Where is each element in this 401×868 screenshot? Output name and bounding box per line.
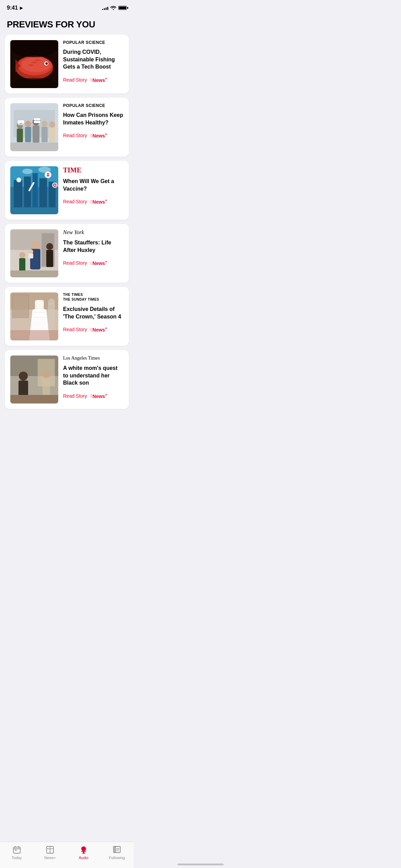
publication-name: THE TIMESTHE SUNDAY TIMES	[63, 292, 123, 302]
article-image	[10, 40, 58, 88]
article-footer: Read Story  News+	[63, 198, 123, 205]
svg-rect-66	[10, 330, 58, 340]
article-headline: Exclusive Details of 'The Crown,' Season…	[63, 305, 123, 320]
apple-icon: 	[90, 199, 92, 204]
article-image	[10, 229, 58, 277]
article-content: POPULAR SCIENCE During COVID, Sustainabl…	[63, 40, 123, 83]
svg-point-43	[22, 169, 33, 174]
article-footer: Read Story  News+	[63, 260, 123, 266]
svg-rect-32	[33, 173, 38, 207]
svg-rect-12	[17, 129, 23, 142]
article-content: Los Angeles Times A white mom's quest to…	[63, 355, 123, 399]
svg-rect-31	[24, 177, 31, 207]
article-card[interactable]: CEO MY NEW LIFE MY NEW LIFE POPULAR SCIE…	[5, 98, 129, 157]
apple-news-plus-badge:  News+	[90, 393, 107, 399]
svg-rect-41	[54, 184, 56, 186]
publication-name: POPULAR SCIENCE	[63, 40, 123, 45]
svg-rect-57	[46, 250, 53, 267]
news-plus-text: News+	[93, 260, 107, 266]
svg-rect-76	[42, 378, 50, 395]
article-headline: During COVID, Sustainable Fishing Gets a…	[63, 48, 123, 71]
apple-news-plus-badge:  News+	[90, 132, 107, 138]
news-plus-text: News+	[93, 393, 107, 399]
article-headline: How Can Prisons Keep Inmates Healthy?	[63, 111, 123, 126]
article-headline: The Stauffers: Life After Huxley	[63, 239, 123, 254]
svg-point-13	[25, 121, 31, 127]
read-story-link[interactable]: Read Story	[63, 393, 87, 399]
page-title: PREVIEWS FOR YOU	[7, 19, 127, 30]
article-footer: Read Story  News+	[63, 132, 123, 138]
article-image	[10, 166, 58, 214]
svg-point-19	[49, 121, 55, 128]
page-title-container: PREVIEWS FOR YOU	[0, 13, 134, 35]
article-thumbnail	[10, 229, 58, 277]
svg-rect-58	[10, 270, 58, 277]
article-headline: When Will We Get a Vaccine?	[63, 178, 123, 192]
svg-point-5	[46, 62, 48, 65]
svg-point-50	[32, 241, 40, 249]
article-content: THE TIMESTHE SUNDAY TIMES Exclusive Deta…	[63, 292, 123, 333]
article-content: New York The Stauffers: Life After Huxle…	[63, 229, 123, 266]
svg-point-56	[46, 243, 53, 250]
status-icons	[102, 5, 127, 11]
article-thumbnail	[10, 355, 58, 403]
svg-rect-33	[39, 178, 47, 207]
svg-rect-20	[49, 128, 55, 142]
svg-point-44	[38, 167, 51, 173]
news-plus-text: News+	[93, 132, 107, 138]
apple-icon: 	[90, 393, 92, 398]
svg-point-54	[19, 252, 25, 258]
signal-bars	[102, 6, 108, 10]
status-bar: 9:41 ▶	[0, 0, 134, 13]
svg-rect-14	[25, 127, 31, 142]
apple-icon: 	[90, 133, 92, 138]
wifi-icon	[110, 5, 116, 11]
news-plus-text: News+	[93, 198, 107, 205]
svg-text:MY NEW LIFE: MY NEW LIFE	[17, 124, 24, 125]
publication-name: New York	[63, 229, 123, 236]
publication-name: POPULAR SCIENCE	[63, 103, 123, 108]
apple-news-plus-badge:  News+	[90, 260, 107, 266]
articles-list: POPULAR SCIENCE During COVID, Sustainabl…	[0, 35, 134, 413]
svg-text:MY NEW LIFE: MY NEW LIFE	[34, 120, 40, 121]
read-story-link[interactable]: Read Story	[63, 327, 87, 332]
article-card[interactable]: Los Angeles Times A white mom's quest to…	[5, 350, 129, 409]
read-story-link[interactable]: Read Story	[63, 199, 87, 204]
apple-icon: 	[90, 77, 92, 82]
svg-rect-16	[33, 125, 39, 143]
svg-rect-37	[46, 174, 50, 175]
battery-icon	[118, 6, 127, 10]
article-thumbnail	[10, 166, 58, 214]
article-card[interactable]: POPULAR SCIENCE During COVID, Sustainabl…	[5, 35, 129, 94]
read-story-link[interactable]: Read Story	[63, 77, 87, 83]
article-content: TIME When Will We Get a Vaccine? Read St…	[63, 166, 123, 205]
apple-news-plus-badge:  News+	[90, 77, 107, 83]
article-thumbnail	[10, 292, 58, 340]
apple-news-plus-badge:  News+	[90, 326, 107, 333]
article-card[interactable]: TIME When Will We Get a Vaccine? Read St…	[5, 161, 129, 220]
article-footer: Read Story  News+	[63, 77, 123, 83]
article-headline: A white mom's quest to understand her Bl…	[63, 364, 123, 387]
read-story-link[interactable]: Read Story	[63, 133, 87, 138]
article-image	[10, 292, 58, 340]
news-plus-text: News+	[93, 326, 107, 333]
svg-point-68	[48, 299, 55, 305]
location-icon: ▶	[20, 6, 23, 10]
article-card[interactable]: New York The Stauffers: Life After Huxle…	[5, 224, 129, 283]
svg-rect-30	[14, 180, 22, 207]
publication-name: TIME	[63, 166, 123, 174]
article-thumbnail: CEO MY NEW LIFE MY NEW LIFE	[10, 103, 58, 151]
status-time: 9:41 ▶	[7, 5, 23, 11]
svg-point-6	[47, 63, 47, 63]
news-plus-text: News+	[93, 77, 107, 83]
svg-rect-18	[41, 127, 48, 142]
read-story-link[interactable]: Read Story	[63, 260, 87, 266]
apple-icon: 	[90, 261, 92, 266]
svg-rect-26	[10, 143, 58, 151]
svg-rect-53	[28, 253, 33, 258]
svg-point-17	[41, 121, 48, 127]
svg-rect-63	[13, 295, 28, 317]
svg-point-75	[42, 371, 50, 378]
article-card[interactable]: THE TIMESTHE SUNDAY TIMES Exclusive Deta…	[5, 287, 129, 346]
apple-news-plus-badge:  News+	[90, 198, 107, 205]
